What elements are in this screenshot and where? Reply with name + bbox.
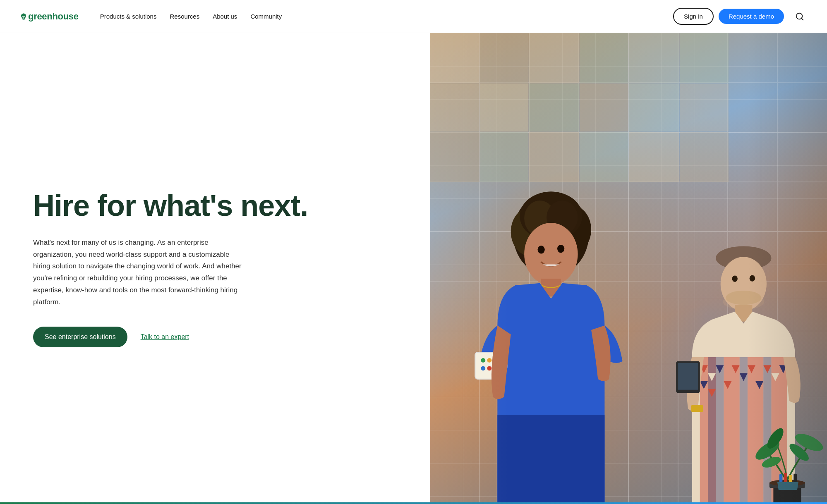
svg-rect-82 xyxy=(793,474,797,482)
navbar: greenhouse Products & solutions Resource… xyxy=(0,0,827,33)
hero-headline: Hire for what's next. xyxy=(33,190,405,222)
svg-rect-79 xyxy=(779,474,783,482)
request-demo-button[interactable]: Request a demo xyxy=(719,9,784,24)
svg-point-39 xyxy=(538,246,545,253)
nav-community[interactable]: Community xyxy=(245,10,287,23)
hero-left: Hire for what's next. What's next for ma… xyxy=(0,33,430,504)
person-woman xyxy=(462,57,640,504)
nav-products-solutions[interactable]: Products & solutions xyxy=(95,10,162,23)
svg-point-44 xyxy=(487,358,492,363)
hero-right xyxy=(430,33,827,504)
nav-resources[interactable]: Resources xyxy=(165,10,204,23)
enterprise-solutions-button[interactable]: See enterprise solutions xyxy=(33,327,127,347)
svg-point-53 xyxy=(726,291,761,305)
search-icon xyxy=(795,12,804,21)
svg-rect-19 xyxy=(680,33,729,83)
svg-line-1 xyxy=(801,18,803,20)
svg-point-40 xyxy=(557,245,564,253)
navbar-left: greenhouse Products & solutions Resource… xyxy=(20,10,287,23)
search-button[interactable] xyxy=(792,9,807,24)
svg-rect-69 xyxy=(678,363,698,389)
svg-point-51 xyxy=(732,275,738,282)
signin-button[interactable]: Sign in xyxy=(673,8,714,25)
logo[interactable]: greenhouse xyxy=(20,11,79,22)
svg-point-46 xyxy=(487,366,492,370)
navbar-right: Sign in Request a demo xyxy=(673,8,807,25)
logo-icon xyxy=(20,13,27,20)
talk-to-expert-button[interactable]: Talk to an expert xyxy=(141,333,189,341)
logo-text: greenhouse xyxy=(28,11,79,22)
svg-rect-80 xyxy=(784,473,787,482)
svg-point-52 xyxy=(750,275,755,281)
svg-point-38 xyxy=(524,223,578,285)
hero-description: What's next for many of us is changing. … xyxy=(33,237,248,308)
hero-image xyxy=(430,33,827,504)
hero-section: Hire for what's next. What's next for ma… xyxy=(0,33,827,504)
svg-point-43 xyxy=(481,358,486,363)
svg-rect-47 xyxy=(498,415,605,504)
svg-rect-81 xyxy=(789,475,792,482)
plant xyxy=(748,363,827,504)
bottom-accent-bar xyxy=(0,502,827,504)
hero-actions: See enterprise solutions Talk to an expe… xyxy=(33,327,405,347)
nav-links: Products & solutions Resources About us … xyxy=(95,10,287,23)
nav-about-us[interactable]: About us xyxy=(208,10,242,23)
svg-point-45 xyxy=(481,366,486,370)
svg-rect-70 xyxy=(691,405,703,412)
